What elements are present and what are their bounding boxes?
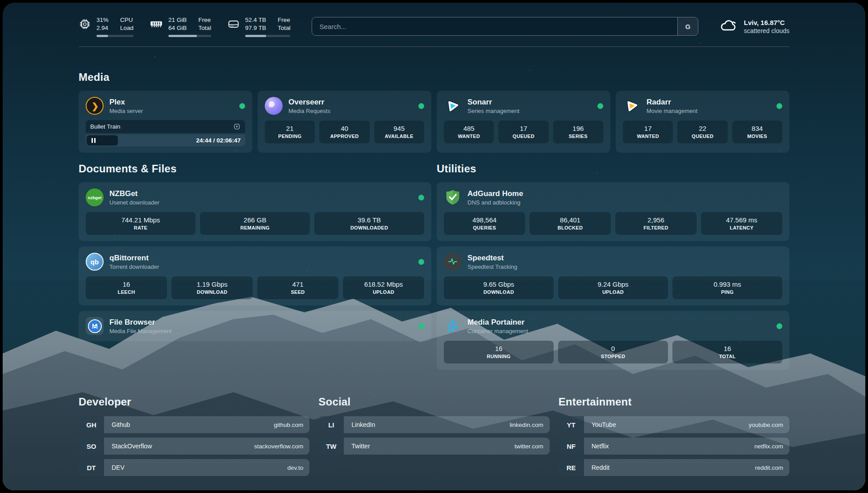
disk-free-label: Free [278,16,291,24]
stat-leech: 16 LEECH [86,276,167,299]
status-online-dot [418,103,424,109]
stat-upload: 9.24 Gbps UPLOAD [558,276,668,299]
documents-files-section: Documents & Files nzbget NZBGet Usenet d… [79,163,431,370]
bookmark-name: LinkedIn [344,416,375,433]
bookmark-linkedin[interactable]: LI LinkedIn linkedin.com [318,416,549,433]
developer-bookmarks: Developer GH Github github.com SO StackO… [79,396,309,480]
speedtest-icon [444,253,462,271]
section-title-utilities: Utilities [437,163,789,175]
app-name: File Browser [109,318,171,327]
bookmark-url: linkedin.com [510,416,550,433]
adguard-card[interactable]: AdGuard Home DNS and adblocking 498,564 … [437,182,789,241]
bookmark-twitter[interactable]: TW Twitter twitter.com [318,438,549,455]
bookmark-reddit[interactable]: RE Reddit reddit.com [559,459,789,476]
pause-icon [92,138,93,143]
playback-progress-bar[interactable]: 24:44 / 02:06:47 [86,134,245,146]
adguard-icon [444,188,462,206]
bookmark-stackoverflow[interactable]: SO StackOverflow stackoverflow.com [79,438,309,455]
cpu-usage-value: 31% [96,16,108,24]
stat-stopped: 0 STOPPED [558,341,668,363]
memory-free-label: Free [198,16,211,24]
cloud-icon [719,18,738,34]
app-description: Usenet downloader [109,199,159,206]
app-name: NZBGet [109,189,159,199]
stat-running: 16 RUNNING [444,341,554,363]
bookmark-github[interactable]: GH Github github.com [79,416,309,433]
speedtest-card[interactable]: Speedtest Speedtest Tracking 9.65 Gbps D… [437,246,789,305]
disk-total-label: Total [278,24,291,32]
plex-icon: ❯ [86,97,104,115]
bookmark-dev[interactable]: DT DEV dev.to [79,459,309,476]
app-description: DNS and adblocking [467,199,523,206]
memory-progress-fill [168,35,197,37]
bookmark-abbr: DT [79,459,104,476]
app-name: Overseerr [288,97,330,107]
bookmark-abbr: RE [559,459,584,476]
portainer-card[interactable]: Media Portainer Container management 16 … [437,311,789,370]
bookmark-url: youtube.com [749,416,789,433]
plex-card[interactable]: ❯ Plex Media server Bullet Train [79,91,252,153]
overseerr-card[interactable]: Overseerr Media Requests 21 PENDING 40 A… [258,91,431,153]
entertainment-bookmarks: Entertainment YT YouTube youtube.com NF … [559,396,789,480]
app-description: Media Requests [288,107,330,115]
app-description: Movie management [647,107,697,115]
stat-download: 9.65 Gbps DOWNLOAD [444,276,554,299]
bookmark-url: netflix.com [754,438,789,455]
bookmark-abbr: YT [559,416,584,433]
cpu-load-value: 2.94 [96,24,108,32]
disk-total-value: 97.9 TB [245,24,266,32]
search-bar[interactable]: G [312,17,698,36]
nzbget-card[interactable]: nzbget NZBGet Usenet downloader 744.21 M… [79,182,431,241]
stat-rate: 744.21 Mbps RATE [86,212,196,235]
memory-free-value: 21 GiB [168,16,187,24]
stat-downloaded: 39.6 TB DOWNLOADED [314,212,424,235]
player-settings-icon[interactable] [233,123,241,130]
disk-widget: 52.4 TB 97.9 TB Free Total [227,16,291,37]
section-title-social: Social [318,396,549,408]
bookmark-abbr: SO [79,438,104,455]
bookmark-url: stackoverflow.com [254,438,309,455]
stat-filtered: 2,956 FILTERED [615,212,697,235]
stat-pending: 21 PENDING [265,121,315,143]
bookmark-url: github.com [274,416,309,433]
sonarr-card[interactable]: Sonarr Series management 485 WANTED 17 Q… [437,91,610,153]
stat-blocked: 86,401 BLOCKED [530,212,611,235]
bookmark-name: StackOverflow [104,438,152,455]
disk-progress-fill [245,35,266,37]
qbittorrent-card[interactable]: qb qBittorrent Torrent downloader 16 [79,246,431,305]
filebrowser-card[interactable]: File Browser Media File Management [79,311,431,341]
bookmark-abbr: NF [559,438,584,455]
bookmark-name: YouTube [584,416,616,433]
section-title-entertainment: Entertainment [559,396,789,408]
stat-download: 1.19 Gbps DOWNLOAD [171,276,253,299]
app-name: qBittorrent [109,253,159,263]
status-online-dot [239,103,245,109]
stat-latency: 47.569 ms LATENCY [701,212,782,235]
stat-seed: 471 SEED [257,276,338,299]
memory-widget: 21 GiB 64 GiB Free Total [150,16,211,37]
social-bookmarks: Social LI LinkedIn linkedin.com TW Twitt… [318,396,549,480]
media-section: ❯ Plex Media server Bullet Train [79,91,789,153]
weather-widget[interactable]: Lviv, 16.87°C scattered clouds [719,18,789,35]
memory-progress-track [168,35,211,37]
cpu-progress-track [96,35,134,37]
radarr-card[interactable]: Radarr Movie management 17 WANTED 22 QUE… [616,91,789,153]
app-name: Media Portainer [467,318,528,327]
bookmark-name: Twitter [344,438,370,455]
search-engine-button[interactable]: G [677,17,698,35]
portainer-icon [444,317,462,335]
section-title-documents: Documents & Files [79,163,431,175]
stat-queued: 17 QUEUED [498,121,548,143]
top-bar: 31% 2.94 CPU Load [79,14,789,38]
stat-movies: 834 MOVIES [732,121,782,143]
plex-now-playing: Bullet Train [86,120,245,146]
snow-specks [3,3,4,4]
stat-ping: 0.993 ms PING [672,276,782,299]
status-online-dot [418,259,424,265]
bookmark-youtube[interactable]: YT YouTube youtube.com [559,416,789,433]
search-input[interactable] [312,23,677,30]
memory-total-value: 64 GiB [168,24,187,32]
stat-queries: 498,564 QUERIES [444,212,525,235]
app-description: Torrent downloader [109,263,159,271]
bookmark-netflix[interactable]: NF Netflix netflix.com [559,438,789,455]
